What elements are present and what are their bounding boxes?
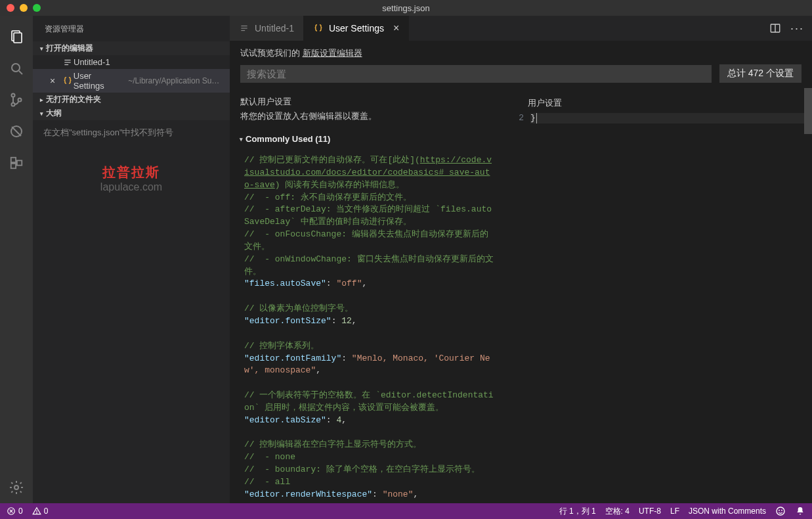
status-eol[interactable]: LF	[670, 507, 679, 516]
preview-hint-prefix: 试试预览我们的	[240, 48, 303, 58]
user-settings-pane[interactable]: 用户设置 2 }	[505, 88, 812, 503]
maximize-window-button[interactable]	[33, 4, 41, 12]
svg-point-4	[12, 94, 15, 97]
editor-area: Untitled-1User Settings× ··· 试试预览我们的 新版设…	[230, 16, 812, 503]
open-editors-label: 打开的编辑器	[46, 43, 93, 54]
debug-icon[interactable]	[0, 116, 33, 147]
default-settings-pane[interactable]: 默认用户设置 将您的设置放入右侧编辑器以覆盖。 ▾ Commonly Used …	[230, 88, 505, 503]
status-bar: 0 0 行 1，列 1 空格: 4 UTF-8 LF JSON with Com…	[0, 503, 812, 519]
activity-bar	[0, 16, 33, 503]
svg-point-5	[12, 103, 15, 106]
watermark: 拉普拉斯 lapulace.com	[33, 164, 230, 193]
default-settings-code[interactable]: // 控制已更新文件的自动保存。可在[此处](https://code.visu…	[230, 147, 505, 503]
file-type-icon	[62, 76, 74, 86]
user-settings-header: 用户设置	[505, 88, 812, 113]
status-encoding[interactable]: UTF-8	[639, 507, 661, 516]
svg-line-8	[12, 127, 21, 136]
chevron-right-icon: ▸	[37, 97, 46, 103]
status-bell-icon[interactable]	[795, 506, 805, 516]
settings-gear-icon[interactable]	[0, 472, 33, 503]
close-editor-icon[interactable]: ×	[50, 76, 62, 86]
close-tab-icon[interactable]: ×	[393, 22, 399, 34]
open-editor-item[interactable]: Untitled-1	[33, 55, 230, 69]
open-editor-path: ~/Library/Application Sup…	[128, 76, 223, 85]
svg-point-28	[782, 510, 782, 510]
chevron-down-icon: ▾	[236, 136, 246, 143]
editor-tab[interactable]: User Settings×	[304, 16, 409, 41]
minimize-window-button[interactable]	[20, 4, 28, 12]
file-type-icon	[239, 24, 249, 33]
svg-point-25	[36, 513, 37, 514]
svg-point-6	[18, 99, 22, 102]
watermark-url: lapulace.com	[33, 181, 230, 193]
sidebar: 资源管理器 ▾ 打开的编辑器 Untitled-1×User Settings~…	[33, 16, 230, 503]
source-control-icon[interactable]	[0, 84, 33, 116]
tab-actions: ···	[769, 16, 812, 41]
svg-line-3	[19, 71, 22, 74]
status-line-col[interactable]: 行 1，列 1	[559, 506, 596, 517]
preview-hint-link[interactable]: 新版设置编辑器	[303, 48, 362, 58]
explorer-icon[interactable]	[0, 21, 33, 53]
preview-hint: 试试预览我们的 新版设置编辑器	[230, 41, 812, 64]
svg-point-27	[779, 510, 780, 510]
open-editors-header[interactable]: ▾ 打开的编辑器	[33, 41, 230, 55]
status-smiley-icon[interactable]	[775, 506, 786, 516]
svg-rect-11	[17, 160, 22, 165]
status-warnings[interactable]: 0	[32, 507, 49, 516]
svg-point-12	[14, 485, 18, 489]
outline-label: 大纲	[46, 108, 62, 119]
overview-scrollbar[interactable]	[804, 88, 812, 503]
line-number: 2	[512, 113, 530, 124]
close-window-button[interactable]	[7, 4, 14, 12]
editor-tab[interactable]: Untitled-1	[230, 16, 304, 41]
window-controls	[0, 4, 41, 12]
svg-rect-10	[11, 164, 16, 168]
file-type-icon	[313, 23, 324, 34]
open-editor-label: User Settings	[74, 71, 125, 91]
extensions-icon[interactable]	[0, 147, 33, 179]
tab-label: Untitled-1	[255, 23, 294, 34]
outline-header[interactable]: ▾ 大纲	[33, 106, 230, 120]
default-settings-sub: 将您的设置放入右侧编辑器以覆盖。	[230, 110, 505, 131]
code-line[interactable]: }	[530, 113, 812, 124]
open-editor-item[interactable]: ×User Settings~/Library/Application Sup…	[33, 69, 230, 93]
no-folder-header[interactable]: ▸ 无打开的文件夹	[33, 93, 230, 106]
svg-rect-1	[14, 33, 22, 43]
settings-split: 默认用户设置 将您的设置放入右侧编辑器以覆盖。 ▾ Commonly Used …	[230, 88, 812, 503]
file-type-icon	[62, 58, 74, 67]
status-spaces[interactable]: 空格: 4	[605, 506, 630, 517]
settings-group-header[interactable]: ▾ Commonly Used (11)	[230, 131, 505, 147]
window-title: settings.json	[0, 3, 812, 13]
user-settings-code[interactable]: 2 }	[505, 113, 812, 124]
tab-bar: Untitled-1User Settings× ···	[230, 16, 812, 41]
settings-group-label: Commonly Used (11)	[246, 134, 330, 144]
status-errors[interactable]: 0	[7, 507, 23, 516]
tab-label: User Settings	[329, 23, 384, 34]
status-language[interactable]: JSON with Comments	[689, 507, 766, 516]
chevron-down-icon: ▾	[37, 45, 46, 52]
search-icon[interactable]	[0, 53, 33, 84]
svg-point-26	[777, 507, 784, 515]
chevron-down-icon: ▾	[37, 110, 46, 117]
sidebar-title: 资源管理器	[33, 16, 230, 41]
main-area: 资源管理器 ▾ 打开的编辑器 Untitled-1×User Settings~…	[0, 16, 812, 503]
search-settings-input[interactable]	[240, 65, 712, 83]
search-row: 总计 472 个设置	[230, 64, 812, 88]
no-folder-label: 无打开的文件夹	[46, 94, 101, 105]
outline-empty-text: 在文档"settings.json"中找不到符号	[33, 120, 230, 145]
open-editor-label: Untitled-1	[74, 57, 110, 67]
total-settings-badge: 总计 472 个设置	[719, 64, 801, 83]
caret	[536, 113, 537, 124]
watermark-cn: 拉普拉斯	[33, 164, 230, 181]
more-actions-icon[interactable]: ···	[790, 22, 804, 35]
split-editor-icon[interactable]	[769, 22, 781, 34]
svg-rect-9	[11, 158, 16, 162]
svg-point-2	[12, 64, 20, 72]
default-settings-header: 默认用户设置	[230, 88, 505, 110]
titlebar: settings.json	[0, 0, 812, 16]
